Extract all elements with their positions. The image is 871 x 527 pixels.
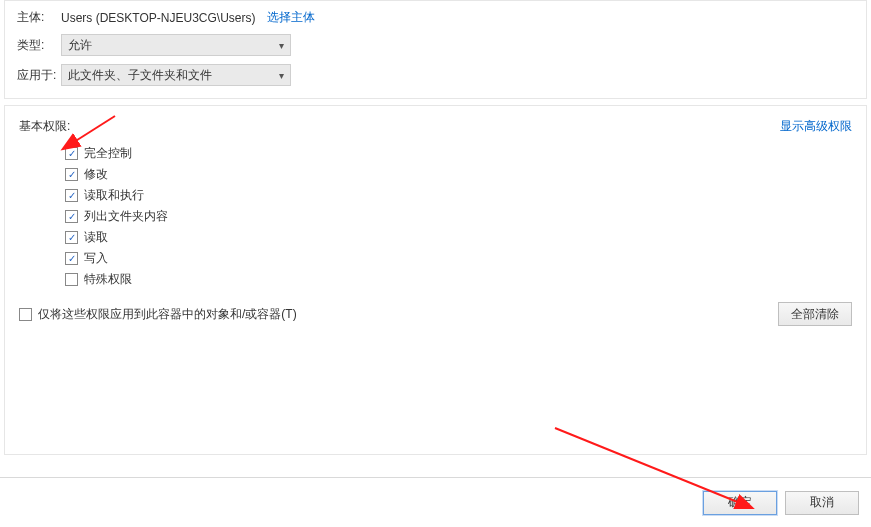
principal-panel: 主体: Users (DESKTOP-NJEU3CG\Users) 选择主体 类…	[4, 0, 867, 99]
cancel-button[interactable]: 取消	[785, 491, 859, 515]
perm-label: 修改	[84, 166, 108, 183]
perm-label: 写入	[84, 250, 108, 267]
perm-write-checkbox[interactable]	[65, 252, 78, 265]
perm-list-folder: 列出文件夹内容	[65, 208, 852, 225]
perm-read-exec-checkbox[interactable]	[65, 189, 78, 202]
principal-label: 主体:	[17, 9, 61, 26]
applies-combobox-value: 此文件夹、子文件夹和文件	[68, 67, 212, 84]
permissions-panel: 基本权限: 显示高级权限 完全控制 修改 读取和执行 列出文件夹内容 读取 写入	[4, 105, 867, 455]
perm-read-checkbox[interactable]	[65, 231, 78, 244]
perm-modify-checkbox[interactable]	[65, 168, 78, 181]
perm-label: 完全控制	[84, 145, 132, 162]
clear-all-button[interactable]: 全部清除	[778, 302, 852, 326]
type-row: 类型: 允许 ▾	[17, 34, 854, 56]
ok-button[interactable]: 确定	[703, 491, 777, 515]
perm-special: 特殊权限	[65, 271, 852, 288]
basic-permissions-label: 基本权限:	[19, 118, 70, 135]
perm-label: 列出文件夹内容	[84, 208, 168, 225]
perm-full-control: 完全控制	[65, 145, 852, 162]
perm-list-folder-checkbox[interactable]	[65, 210, 78, 223]
permissions-list: 完全控制 修改 读取和执行 列出文件夹内容 读取 写入 特殊权限	[65, 145, 852, 288]
perm-special-checkbox[interactable]	[65, 273, 78, 286]
type-combobox-value: 允许	[68, 37, 92, 54]
apply-only-label: 仅将这些权限应用到此容器中的对象和/或容器(T)	[38, 306, 297, 323]
perm-modify: 修改	[65, 166, 852, 183]
principal-value: Users (DESKTOP-NJEU3CG\Users)	[61, 11, 255, 25]
perm-label: 特殊权限	[84, 271, 132, 288]
perm-label: 读取和执行	[84, 187, 144, 204]
principal-row: 主体: Users (DESKTOP-NJEU3CG\Users) 选择主体	[17, 9, 854, 26]
select-principal-link[interactable]: 选择主体	[267, 9, 315, 26]
dialog-footer: 确定 取消	[0, 477, 871, 527]
show-advanced-link[interactable]: 显示高级权限	[780, 118, 852, 135]
perm-read: 读取	[65, 229, 852, 246]
apply-only-group: 仅将这些权限应用到此容器中的对象和/或容器(T)	[19, 306, 297, 323]
applies-label: 应用于:	[17, 67, 61, 84]
permissions-header: 基本权限: 显示高级权限	[19, 118, 852, 135]
type-label: 类型:	[17, 37, 61, 54]
applies-combobox[interactable]: 此文件夹、子文件夹和文件 ▾	[61, 64, 291, 86]
chevron-down-icon: ▾	[279, 40, 284, 51]
type-combobox[interactable]: 允许 ▾	[61, 34, 291, 56]
perm-read-exec: 读取和执行	[65, 187, 852, 204]
applies-row: 应用于: 此文件夹、子文件夹和文件 ▾	[17, 64, 854, 86]
perm-full-control-checkbox[interactable]	[65, 147, 78, 160]
perm-label: 读取	[84, 229, 108, 246]
perm-write: 写入	[65, 250, 852, 267]
chevron-down-icon: ▾	[279, 70, 284, 81]
apply-only-checkbox[interactable]	[19, 308, 32, 321]
apply-row: 仅将这些权限应用到此容器中的对象和/或容器(T) 全部清除	[19, 302, 852, 326]
